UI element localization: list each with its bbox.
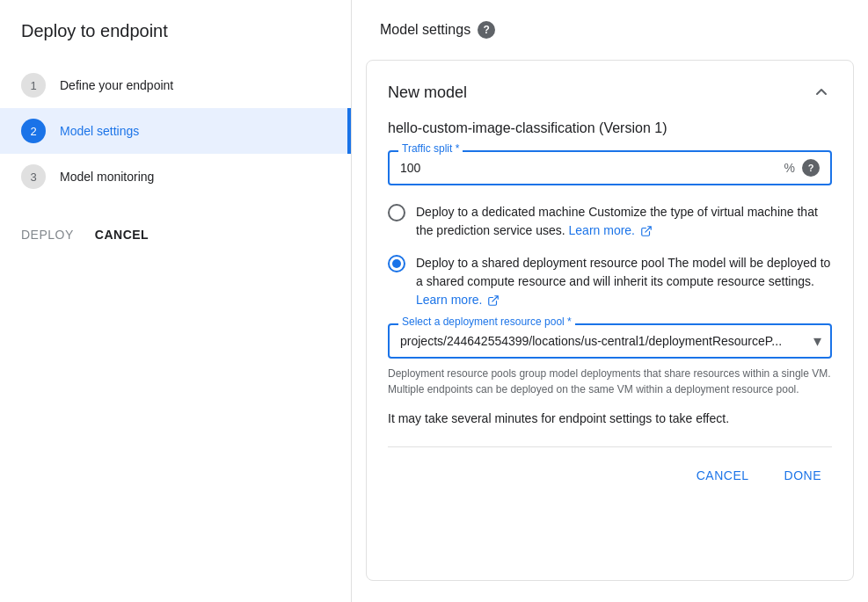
main-content: Model settings ? New model hello-custom-…: [352, 0, 868, 602]
info-text: It may take several minutes for endpoint…: [388, 411, 832, 425]
dedicated-option[interactable]: Deploy to a dedicated machine Customize …: [388, 203, 832, 240]
deployment-pool-select[interactable]: projects/244642554399/locations/us-centr…: [388, 323, 832, 359]
shared-learn-more-link[interactable]: Learn more.: [416, 293, 500, 307]
step-1-label: Define your endpoint: [60, 78, 173, 92]
step-3-item[interactable]: 3 Model monitoring: [0, 154, 351, 199]
step-3-label: Model monitoring: [60, 170, 154, 184]
step-2-circle: 2: [21, 119, 46, 143]
traffic-split-help-icon[interactable]: ?: [802, 159, 820, 177]
traffic-split-input[interactable]: [400, 161, 784, 175]
step-3-circle: 3: [21, 164, 46, 189]
dedicated-label-strong: Deploy to a dedicated machine: [416, 205, 585, 219]
shared-option[interactable]: Deploy to a shared deployment resource p…: [388, 254, 832, 309]
shared-text: Deploy to a shared deployment resource p…: [416, 254, 832, 309]
dedicated-external-icon: [640, 225, 653, 237]
shared-radio[interactable]: [388, 255, 405, 272]
cancel-button[interactable]: CANCEL: [686, 461, 760, 490]
dedicated-radio[interactable]: [388, 204, 405, 221]
cancel-sidebar-button[interactable]: CANCEL: [95, 228, 149, 242]
step-2-item[interactable]: 2 Model settings: [0, 108, 351, 154]
traffic-split-label: Traffic split: [398, 142, 463, 155]
deployment-pool-label: Select a deployment resource pool *: [398, 316, 575, 328]
deployment-pool-wrapper: Select a deployment resource pool * proj…: [388, 323, 832, 359]
card-title: New model: [388, 83, 467, 102]
shared-external-icon: [487, 294, 500, 307]
sidebar: Deploy to endpoint 1 Define your endpoin…: [0, 0, 352, 602]
model-name: hello-custom-image-classification (Versi…: [388, 120, 832, 136]
traffic-split-suffix: %: [784, 161, 795, 175]
traffic-split-field: Traffic split % ?: [388, 150, 832, 185]
dedicated-learn-more-link[interactable]: Learn more.: [569, 223, 653, 237]
step-1-circle: 1: [21, 73, 46, 98]
collapse-icon[interactable]: [811, 82, 832, 103]
section-title: Model settings: [380, 22, 470, 38]
deployment-pool-helper-text: Deployment resource pools group model de…: [388, 366, 832, 397]
step-1-item[interactable]: 1 Define your endpoint: [0, 62, 351, 108]
shared-label-strong: Deploy to a shared deployment resource p…: [416, 256, 665, 270]
sidebar-title: Deploy to endpoint: [0, 21, 351, 62]
dedicated-text: Deploy to a dedicated machine Customize …: [416, 203, 832, 240]
step-2-label: Model settings: [60, 124, 139, 138]
section-help-icon[interactable]: ?: [478, 21, 495, 39]
card-footer: CANCEL DONE: [388, 446, 832, 490]
done-button[interactable]: DONE: [774, 461, 832, 490]
traffic-split-input-row: % ?: [388, 150, 832, 185]
deploy-button[interactable]: DEPLOY: [21, 228, 74, 242]
card-header: New model: [388, 82, 832, 103]
model-settings-card: New model hello-custom-image-classificat…: [366, 60, 854, 581]
section-header: Model settings ?: [352, 21, 868, 60]
sidebar-actions: DEPLOY CANCEL: [0, 207, 351, 263]
